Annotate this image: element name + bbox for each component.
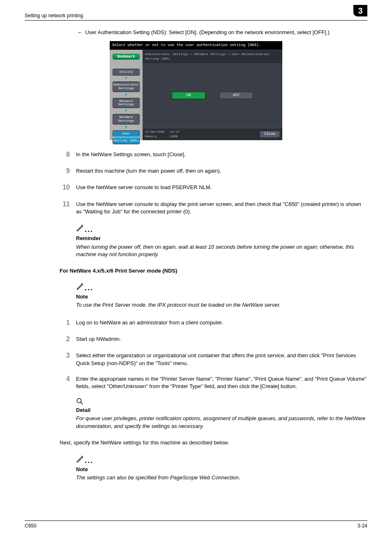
nav-admin-settings[interactable]: Administrator Settings [113, 81, 140, 92]
footer-model: C650 [25, 523, 37, 530]
plain-paragraph: Next, specify the NetWare settings for t… [60, 439, 367, 446]
header-title: Setting up network printing [25, 12, 83, 19]
step-row: 8 In the NetWare Settings screen, touch … [25, 150, 367, 159]
on-button[interactable]: ON [172, 92, 205, 99]
detail-block: Detail For queue user privileges, printe… [76, 398, 367, 430]
intro-text: User Authentication Setting (NDS): Selec… [85, 29, 330, 36]
nav-netware-settings[interactable]: NetWare Settings [113, 114, 140, 125]
note-icon: ... [76, 454, 367, 464]
close-button[interactable]: Close [260, 131, 280, 138]
note-body: The settings can also be specified from … [76, 474, 367, 481]
off-button[interactable]: OFF [219, 92, 253, 99]
step-number: 3 [60, 351, 76, 367]
step-text: Start up NWadmin. [76, 335, 367, 344]
dots-icon: ... [85, 456, 93, 466]
step-text: Use the NetWare server console to load P… [76, 183, 367, 192]
note-block: ... Note The settings can also be specif… [76, 454, 367, 482]
step-row: 2 Start up NWadmin. [25, 335, 367, 344]
step-row: 1 Log on to NetWare as an administrator … [25, 318, 367, 327]
reminder-body: When turning the power off, then on agai… [76, 243, 367, 258]
step-number: 4 [60, 375, 76, 390]
note-icon: ... [76, 281, 367, 291]
section-heading: For NetWare 4.x/5.x/6 Print Server mode … [60, 267, 367, 275]
arrow-down-icon: ▼ [125, 110, 127, 112]
footer-page: 3-24 [357, 523, 367, 530]
step-row: 4 Enter the appropriate names in the "Pr… [25, 375, 367, 390]
reminder-block: ... Reminder When turning the power off,… [76, 223, 367, 258]
arrow-down-icon: ▼ [125, 77, 127, 80]
panel-main: Administrator Settings > NetWare Setting… [143, 50, 282, 140]
dash-icon: – [78, 29, 81, 36]
step-row: 11 Use the NetWare server console to dis… [25, 200, 367, 215]
step-number: 2 [60, 335, 76, 344]
panel-wrap: Select whether or not to use the user au… [25, 41, 367, 140]
breadcrumbs: Administrator Settings > NetWare Setting… [143, 50, 282, 63]
control-panel: Select whether or not to use the user au… [110, 41, 282, 140]
reminder-label: Reminder [76, 235, 367, 242]
step-number: 9 [60, 166, 76, 176]
note-body: To use the Print Server mode, the IPX pr… [76, 301, 367, 309]
panel-body: Bookmark Utility ▼ Administrator Setting… [110, 50, 282, 140]
step-text: Log on to NetWare as an administrator fr… [76, 318, 367, 327]
panel-sidebar: Bookmark Utility ▼ Administrator Setting… [110, 50, 143, 140]
step-text: Restart this machine (turn the main powe… [76, 166, 367, 176]
intro-bullet: – User Authentication Setting (NDS): Sel… [78, 29, 367, 36]
on-off-toggle: ON OFF [143, 92, 282, 99]
note-label: Note [76, 293, 367, 301]
status-left: 11/09/2006 Memory 14:37 100% [145, 130, 180, 139]
detail-icon [76, 398, 367, 405]
step-row: 3 Select either the organization or orga… [25, 351, 367, 367]
nav-user-auth[interactable]: User Authentication Setting (NDS) [113, 130, 140, 144]
step-text: Select either the organization or organi… [76, 351, 367, 367]
status-bar: 11/09/2006 Memory 14:37 100% Close [143, 128, 282, 140]
status-date: 11/09/2006 [145, 130, 165, 134]
bookmark-button[interactable]: Bookmark [113, 54, 140, 60]
step-row: 9 Restart this machine (turn the main po… [25, 166, 367, 176]
nav-utility[interactable]: Utility [113, 69, 140, 76]
status-time: 14:37 [170, 130, 180, 134]
step-text: In the NetWare Settings screen, touch [C… [76, 150, 367, 159]
dots-icon: ... [85, 224, 93, 235]
chapter-number: 3 [353, 5, 367, 16]
note-block: ... Note To use the Print Server mode, t… [76, 281, 367, 309]
status-mem-label: Memory [145, 134, 165, 139]
detail-body: For queue user privileges, printer notif… [76, 415, 367, 430]
step-text: Enter the appropriate names in the "Prin… [76, 375, 367, 390]
step-row: 10 Use the NetWare server console to loa… [25, 183, 367, 192]
arrow-down-icon: ▼ [125, 126, 127, 129]
step-number: 1 [60, 318, 76, 327]
note-label: Note [76, 466, 367, 473]
step-number: 11 [60, 200, 76, 215]
step-text: Use the NetWare server console to displa… [76, 200, 367, 215]
arrow-down-icon: ▼ [125, 94, 127, 96]
svg-point-0 [77, 398, 81, 403]
svg-line-1 [81, 402, 83, 404]
reminder-icon: ... [76, 223, 367, 233]
nav-network-settings[interactable]: Network Settings [113, 98, 140, 109]
detail-label: Detail [76, 407, 367, 414]
dots-icon: ... [85, 283, 93, 293]
status-mem-value: 100% [170, 134, 180, 139]
page-footer: C650 3-24 [25, 520, 367, 530]
step-number: 10 [60, 183, 76, 192]
page-header: Setting up network printing 3 [25, 12, 367, 21]
panel-description: Select whether or not to use the user au… [110, 41, 282, 50]
step-number: 8 [60, 150, 76, 159]
